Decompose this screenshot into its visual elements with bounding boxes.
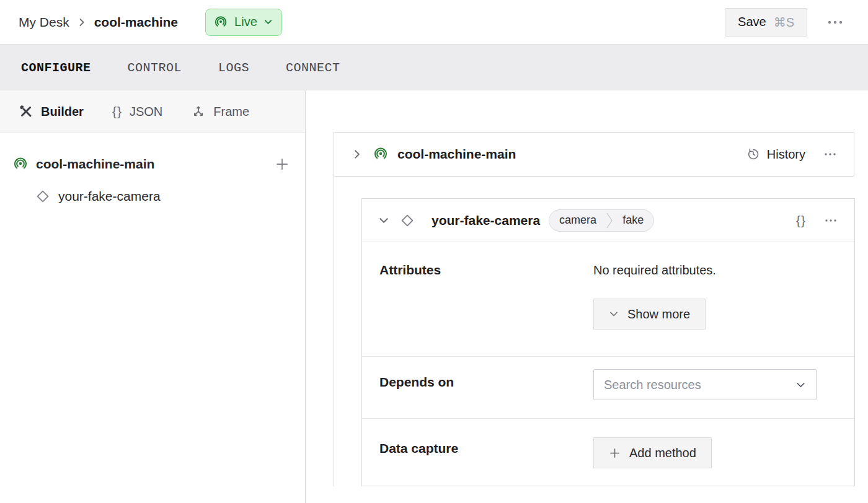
tools-icon <box>19 104 33 119</box>
add-method-label: Add method <box>629 446 696 460</box>
resource-tree: cool-machine-main your-fake-camera <box>0 133 305 212</box>
chevron-down-icon <box>264 17 273 27</box>
config-sidebar: Builder {} JSON Frame <box>0 90 306 503</box>
chevron-down-icon <box>609 309 619 319</box>
depends-on-label: Depends on <box>379 357 593 418</box>
depends-on-section: Depends on Search resources <box>362 357 854 419</box>
plus-icon <box>609 447 621 459</box>
show-more-label: Show more <box>627 307 690 321</box>
attributes-section: Attributes No required attributes. Show … <box>362 242 854 357</box>
tree-item-machine-part-label: cool-machine-main <box>36 157 154 172</box>
broadcast-icon <box>373 146 389 162</box>
part-card-title: cool-machine-main <box>397 147 516 162</box>
tree-item-component[interactable]: your-fake-camera <box>0 180 305 212</box>
sidebar-view-tabs: Builder {} JSON Frame <box>0 90 305 133</box>
breadcrumb: My Desk cool-machine <box>19 15 178 30</box>
component-type: camera <box>549 214 606 227</box>
ellipsis-icon <box>824 152 836 156</box>
machine-part-card: cool-machine-main History <box>334 132 854 177</box>
attributes-content: No required attributes. Show more <box>593 242 716 356</box>
breadcrumb-item-parent[interactable]: My Desk <box>19 15 69 30</box>
broadcast-icon <box>213 15 228 30</box>
tab-connect[interactable]: CONNECT <box>286 61 340 75</box>
badge-chevron-divider <box>606 209 613 232</box>
add-component-button[interactable] <box>275 157 289 171</box>
chevron-right-icon <box>77 17 87 27</box>
chevron-down-icon <box>378 215 389 226</box>
attributes-label: Attributes <box>379 242 593 356</box>
attributes-empty-text: No required attributes. <box>593 263 716 278</box>
component-type-badge: camera fake <box>549 209 654 232</box>
axes-icon <box>191 104 206 119</box>
edit-json-button[interactable]: {} <box>796 213 806 228</box>
save-button[interactable]: Save ⌘S <box>725 8 807 37</box>
add-method-button[interactable]: Add method <box>593 437 712 468</box>
show-more-button[interactable]: Show more <box>593 299 706 330</box>
tab-logs[interactable]: LOGS <box>218 61 249 75</box>
braces-icon: {} <box>112 104 122 119</box>
tree-item-component-label: your-fake-camera <box>58 189 161 204</box>
view-tab-builder-label: Builder <box>41 105 84 119</box>
view-tab-builder[interactable]: Builder <box>19 104 84 119</box>
diamond-icon <box>399 212 415 229</box>
machine-nav-tabs: CONFIGURE CONTROL LOGS CONNECT <box>0 45 868 90</box>
view-tab-frame-label: Frame <box>213 105 249 119</box>
card-connector-line <box>334 177 334 486</box>
save-shortcut-hint: ⌘S <box>774 15 794 30</box>
view-tab-frame[interactable]: Frame <box>191 104 249 119</box>
config-main: cool-machine-main History <box>306 90 868 503</box>
chevron-down-icon <box>795 380 806 390</box>
machine-status-label: Live <box>234 15 257 29</box>
depends-on-placeholder: Search resources <box>604 378 701 392</box>
tree-item-machine-part[interactable]: cool-machine-main <box>0 148 305 180</box>
history-icon <box>746 147 761 162</box>
tab-control[interactable]: CONTROL <box>128 61 182 75</box>
plus-icon <box>275 157 289 171</box>
data-capture-label: Data capture <box>379 419 593 487</box>
collapse-component-button[interactable] <box>378 215 389 226</box>
overflow-menu-button[interactable] <box>827 20 843 25</box>
breadcrumb-item-current: cool-machine <box>94 15 178 30</box>
component-card-header: your-fake-camera camera fake {} <box>362 199 854 242</box>
part-menu-button[interactable] <box>824 152 836 156</box>
content-area: Builder {} JSON Frame <box>0 90 868 503</box>
component-menu-button[interactable] <box>825 219 837 222</box>
machine-status-dropdown[interactable]: Live <box>205 9 282 36</box>
view-tab-json[interactable]: {} JSON <box>112 104 162 119</box>
chevron-right-icon <box>352 149 363 160</box>
app-root: My Desk cool-machine Live Save ⌘S <box>0 0 868 503</box>
depends-on-select[interactable]: Search resources <box>593 369 817 400</box>
ellipsis-icon <box>825 219 837 222</box>
history-button-label: History <box>767 147 805 162</box>
history-button[interactable]: History <box>746 147 805 162</box>
save-button-label: Save <box>738 15 766 29</box>
component-card-title: your-fake-camera <box>432 213 540 228</box>
data-capture-section: Data capture Add method <box>362 419 854 487</box>
tab-configure[interactable]: CONFIGURE <box>21 61 91 75</box>
component-card: your-fake-camera camera fake {} <box>361 198 855 486</box>
component-model: fake <box>613 214 653 227</box>
diamond-icon <box>35 188 51 204</box>
ellipsis-icon <box>827 20 843 25</box>
expand-part-button[interactable] <box>352 149 363 160</box>
view-tab-json-label: JSON <box>130 105 162 119</box>
top-bar: My Desk cool-machine Live Save ⌘S <box>0 0 868 45</box>
broadcast-icon <box>12 156 29 172</box>
